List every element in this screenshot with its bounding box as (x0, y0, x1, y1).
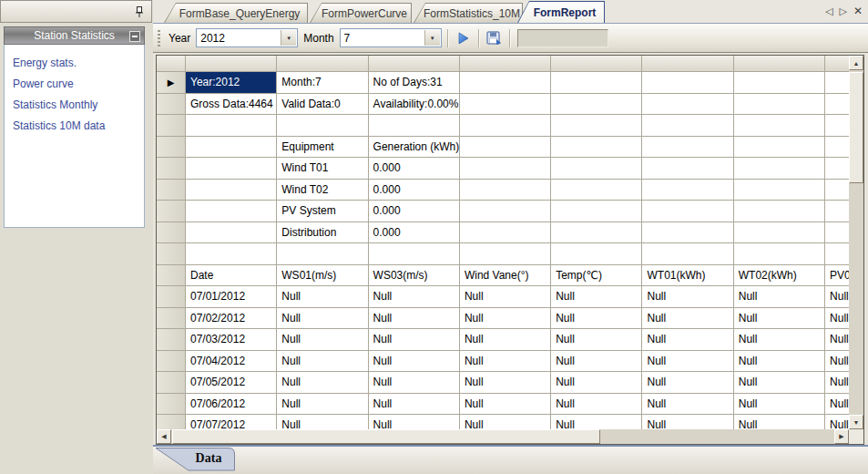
scroll-down-button[interactable]: ▼ (849, 415, 863, 429)
grid-cell[interactable]: Month:7 (277, 72, 368, 94)
grid-cell[interactable]: Null (734, 308, 825, 330)
grid-cell[interactable]: Equipment (277, 137, 368, 159)
row-header[interactable] (157, 372, 186, 394)
grid-cell[interactable] (551, 158, 642, 180)
grid-cell[interactable]: Null (734, 415, 825, 429)
grid-cell[interactable] (551, 243, 642, 265)
run-query-button[interactable] (453, 28, 475, 48)
grid-cell[interactable]: Null (277, 351, 368, 373)
grid-cell[interactable] (825, 137, 849, 159)
auto-hide-pin-icon[interactable] (132, 4, 147, 20)
grid-cell[interactable] (734, 137, 825, 159)
grid-cell[interactable]: 07/06/2012 (186, 394, 277, 416)
grid-column-header[interactable] (551, 56, 642, 72)
grid-cell[interactable]: Null (551, 329, 642, 351)
grid-cell[interactable]: 0.000 (369, 222, 460, 244)
grid-cell[interactable] (460, 72, 551, 94)
grid-cell[interactable]: Null (825, 394, 849, 416)
horizontal-scrollbar[interactable]: ◀ ▶ (157, 429, 849, 444)
grid-cell[interactable] (825, 222, 849, 244)
grid-cell[interactable]: WT02(kWh) (734, 265, 825, 287)
grid-cell[interactable] (825, 72, 849, 94)
collapse-button[interactable] (129, 31, 140, 42)
grid-cell[interactable]: 07/02/2012 (186, 308, 277, 330)
grid-cell[interactable] (825, 94, 849, 116)
grid-cell[interactable]: Null (460, 415, 551, 429)
grid-cell[interactable] (460, 201, 551, 222)
grid-cell[interactable] (186, 158, 277, 180)
grid-cell[interactable] (551, 180, 642, 201)
grid-cell[interactable]: Null (734, 329, 825, 351)
grid-cell[interactable] (642, 115, 733, 137)
tab-formstatistics-10m[interactable]: FormStatistics_10M (414, 3, 523, 23)
grid-cell[interactable] (186, 222, 277, 244)
grid-cell[interactable]: Null (460, 372, 551, 394)
grid-cell[interactable] (551, 222, 642, 244)
tab-formreport[interactable]: FormReport (517, 1, 605, 23)
grid-cell[interactable]: Null (277, 329, 368, 351)
grid-column-header[interactable] (734, 56, 825, 72)
grid-cell[interactable] (734, 72, 825, 94)
grid-cell[interactable]: Temp(℃) (551, 265, 642, 287)
grid-cell[interactable]: No of Days:31 (369, 72, 460, 94)
grid-cell[interactable] (825, 243, 849, 265)
grid-cell[interactable] (186, 137, 277, 159)
grid-cell[interactable]: Null (551, 286, 642, 308)
tab-formbase-queryenergy[interactable]: FormBase_QueryEnergy (164, 3, 308, 23)
row-header[interactable] (157, 351, 186, 373)
grid-cell[interactable]: Wind T01 (277, 158, 368, 180)
vertical-scrollbar[interactable]: ▲ ▼ (849, 56, 863, 429)
horizontal-scroll-thumb[interactable] (172, 429, 600, 444)
grid-cell[interactable] (734, 115, 825, 137)
next-tab-button[interactable]: ▷ (839, 5, 846, 16)
grid-cell[interactable]: 0.000 (369, 180, 460, 201)
grid-cell[interactable]: Null (369, 372, 460, 394)
grid-cell[interactable] (642, 94, 733, 116)
grid-cell[interactable]: Null (369, 329, 460, 351)
grid-cell[interactable]: PV01(kWh) (825, 265, 849, 287)
vertical-scroll-thumb[interactable] (849, 72, 863, 183)
grid-cell[interactable]: Valid Data:0 (277, 94, 368, 116)
grid-cell[interactable]: Null (369, 351, 460, 373)
grid-cell[interactable]: Null (369, 415, 460, 429)
grid-cell[interactable]: Null (825, 351, 849, 373)
grid-cell[interactable] (551, 137, 642, 159)
sidebar-item-statistics-monthly[interactable]: Statistics Monthly (5, 95, 144, 116)
grid-cell[interactable] (186, 201, 277, 222)
row-header[interactable] (157, 308, 186, 330)
row-header[interactable] (157, 222, 186, 244)
toolbar-grip[interactable] (158, 30, 160, 46)
grid-cell[interactable]: Null (642, 372, 733, 394)
grid-cell[interactable]: WS01(m/s) (277, 265, 368, 287)
grid-cell[interactable]: 0.000 (369, 158, 460, 180)
grid-column-header[interactable] (460, 56, 551, 72)
grid-cell[interactable]: Null (642, 308, 733, 330)
grid-cell[interactable]: Null (369, 394, 460, 416)
year-combobox[interactable]: 2012 ▼ (196, 28, 298, 47)
row-header[interactable] (157, 286, 186, 308)
grid-cell[interactable]: Null (460, 308, 551, 330)
grid-cell[interactable]: Null (369, 308, 460, 330)
grid-cell[interactable]: Null (825, 415, 849, 429)
grid-cell[interactable]: Null (277, 415, 368, 429)
grid-cell[interactable]: Null (825, 308, 849, 330)
grid-cell[interactable]: Null (551, 415, 642, 429)
grid-column-header[interactable] (369, 56, 460, 72)
grid-cell[interactable] (186, 243, 277, 265)
grid-cell[interactable] (186, 115, 277, 137)
grid-cell[interactable] (460, 137, 551, 159)
grid-cell[interactable]: Gross Data:4464 (186, 94, 277, 116)
grid-cell[interactable] (734, 222, 825, 244)
row-header[interactable] (157, 180, 186, 201)
grid-cell[interactable]: Null (734, 286, 825, 308)
grid-cell[interactable]: 07/05/2012 (186, 372, 277, 394)
grid-cell[interactable]: Null (277, 308, 368, 330)
grid-column-header[interactable] (277, 56, 368, 72)
toolbar-textbox[interactable] (517, 29, 608, 47)
row-header[interactable] (157, 201, 186, 222)
grid-cell[interactable] (734, 243, 825, 265)
grid-cell[interactable]: Null (277, 286, 368, 308)
panel-header[interactable]: Station Statistics (4, 26, 145, 45)
grid-cell[interactable] (277, 115, 368, 137)
grid-cell[interactable] (551, 94, 642, 116)
